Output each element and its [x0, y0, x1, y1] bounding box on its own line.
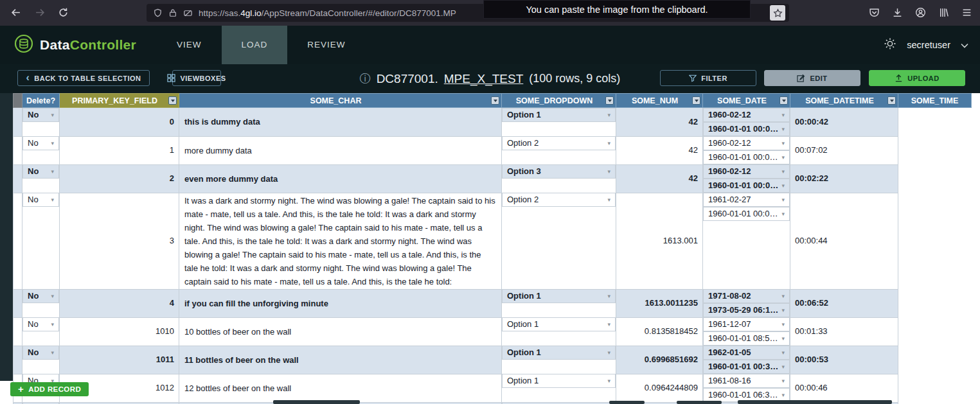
theme-toggle-sun-icon[interactable] — [884, 37, 896, 53]
cell-dropdown-caret-icon[interactable]: ▾ — [605, 112, 610, 118]
cell-time[interactable]: 00:00:44 — [790, 193, 898, 289]
cell-dropdown[interactable]: Option 1▾ — [502, 317, 616, 331]
cell-dropdown-caret-icon[interactable]: ▾ — [779, 127, 785, 132]
cell-num[interactable]: 1613.0011235 — [616, 289, 703, 317]
cell-delete[interactable]: No▾ — [22, 164, 59, 179]
cell-dropdown[interactable]: Option 1▾ — [502, 374, 616, 388]
tracking-protection-shield-icon[interactable] — [153, 8, 163, 18]
cell-datetime[interactable]: 1960-01-01 00:30:44▾ — [703, 360, 790, 374]
reload-icon[interactable] — [58, 7, 69, 18]
permissions-icon[interactable] — [183, 8, 193, 18]
row-handle[interactable] — [13, 108, 22, 137]
cell-time[interactable]: 00:00:46 — [790, 374, 898, 402]
cell-dropdown[interactable]: Option 1▾ — [502, 289, 616, 303]
cell-dropdown-caret-icon[interactable]: ▾ — [779, 141, 785, 146]
cell-time[interactable]: 00:06:52 — [790, 289, 898, 317]
bookmark-star-button[interactable] — [770, 5, 785, 21]
cell-dropdown[interactable]: Option 3▾ — [502, 164, 616, 179]
row-handle[interactable] — [13, 164, 22, 193]
cell-char[interactable]: 11 bottles of beer on the wall — [179, 346, 502, 374]
column-filter-dropdown-icon[interactable] — [692, 96, 700, 105]
back-icon[interactable] — [10, 7, 21, 18]
cell-dropdown-caret-icon[interactable]: ▾ — [779, 392, 785, 398]
datacontroller-logo[interactable]: DataController — [14, 34, 136, 56]
cell-dropdown-caret-icon[interactable]: ▾ — [779, 322, 785, 328]
cell-pk[interactable]: 1011 — [60, 346, 179, 374]
cell-char[interactable]: It was a dark and stormy night. The wind… — [179, 193, 502, 289]
cell-dropdown-caret-icon[interactable]: ▾ — [779, 211, 785, 217]
cell-dropdown-caret-icon[interactable]: ▾ — [779, 308, 785, 313]
cell-datetime[interactable]: 1960-01-01 00:00:42▾ — [703, 179, 790, 193]
cell-dropdown-caret-icon[interactable]: ▾ — [605, 350, 610, 356]
library-icon[interactable] — [938, 7, 949, 18]
user-menu[interactable]: secretuser — [907, 40, 950, 50]
cell-time[interactable]: 00:01:33 — [790, 317, 898, 346]
cell-dropdown-caret-icon[interactable]: ▾ — [48, 350, 54, 356]
cell-pk[interactable]: 1 — [60, 136, 179, 164]
cell-date[interactable]: 1961-02-27▾ — [703, 193, 790, 207]
cell-pk[interactable]: 1010 — [60, 317, 179, 346]
row-handle[interactable] — [13, 346, 22, 374]
cell-date[interactable]: 1960-02-12▾ — [703, 164, 790, 179]
cell-dropdown-caret-icon[interactable]: ▾ — [605, 322, 610, 328]
cell-dropdown-caret-icon[interactable]: ▾ — [779, 155, 785, 161]
cell-num[interactable]: 42 — [616, 164, 703, 193]
cell-num[interactable]: 42 — [616, 108, 703, 137]
cell-dropdown-caret-icon[interactable]: ▾ — [605, 197, 610, 203]
col-header-dropdown[interactable]: SOME_DROPDOWN — [502, 94, 616, 108]
column-filter-dropdown-icon[interactable] — [168, 96, 177, 105]
cell-date[interactable]: 1971-08-02▾ — [703, 289, 790, 303]
column-filter-dropdown-icon[interactable] — [491, 96, 499, 105]
row-handle[interactable] — [13, 289, 22, 317]
cell-pk[interactable]: 2 — [60, 164, 179, 193]
col-header-datetime[interactable]: SOME_DATETIME — [790, 94, 898, 108]
cell-dropdown-caret-icon[interactable]: ▾ — [48, 294, 54, 299]
nav-tab-review[interactable]: REVIEW — [287, 26, 365, 64]
col-header-delete[interactable]: Delete? — [22, 94, 60, 108]
cell-num[interactable]: 1613.001 — [616, 193, 703, 289]
cell-char[interactable]: if you can fill the unforgiving minute — [179, 289, 502, 317]
cell-pk[interactable]: 3 — [60, 193, 179, 289]
cell-dropdown-caret-icon[interactable]: ▾ — [48, 112, 54, 118]
cell-num[interactable]: 42 — [616, 136, 703, 164]
cell-char[interactable]: this is dummy data — [179, 108, 502, 137]
cell-time[interactable]: 00:00:42 — [790, 108, 898, 137]
cell-date[interactable]: 1960-02-12▾ — [703, 136, 790, 150]
pocket-icon[interactable] — [869, 7, 880, 18]
cell-delete[interactable]: No▾ — [22, 193, 59, 207]
cell-delete[interactable]: No▾ — [22, 346, 59, 360]
cell-num[interactable]: 0.8135818452 — [616, 317, 703, 346]
col-header-num[interactable]: SOME_NUM — [616, 94, 703, 108]
edit-button[interactable]: EDIT — [764, 70, 860, 86]
col-header-pk[interactable]: PRIMARY_KEY_FIELD — [60, 94, 179, 108]
cell-pk[interactable]: 4 — [60, 289, 179, 317]
row-handle[interactable] — [13, 193, 22, 289]
cell-pk[interactable]: 0 — [60, 108, 179, 137]
cell-date[interactable]: 1960-02-12▾ — [703, 108, 790, 122]
filter-button[interactable]: FILTER — [660, 70, 756, 86]
cell-dropdown-caret-icon[interactable]: ▾ — [48, 169, 54, 175]
cell-time[interactable]: 00:00:53 — [790, 346, 898, 374]
cell-dropdown-caret-icon[interactable]: ▾ — [48, 141, 54, 146]
cell-dropdown-caret-icon[interactable]: ▾ — [48, 197, 54, 203]
corner-header[interactable] — [13, 94, 22, 108]
column-filter-dropdown-icon[interactable] — [605, 96, 614, 105]
cell-dropdown-caret-icon[interactable]: ▾ — [779, 350, 785, 356]
cell-datetime[interactable]: 1960-01-01 00:00:42▾ — [703, 150, 790, 164]
cell-dropdown-caret-icon[interactable]: ▾ — [779, 294, 785, 299]
cell-dropdown-caret-icon[interactable]: ▾ — [605, 141, 610, 146]
lock-icon[interactable] — [168, 8, 177, 17]
column-filter-dropdown-icon[interactable] — [780, 96, 788, 105]
table-name-link[interactable]: MPE_X_TEST — [444, 72, 524, 86]
cell-dropdown[interactable]: Option 2▾ — [502, 193, 616, 207]
cell-dropdown[interactable]: Option 1▾ — [502, 108, 616, 122]
cell-date[interactable]: 1962-01-05▾ — [703, 346, 790, 360]
cell-dropdown[interactable]: Option 2▾ — [502, 136, 616, 150]
chevron-down-icon[interactable] — [961, 39, 968, 51]
add-record-button[interactable]: + ADD RECORD — [10, 382, 89, 396]
cell-char[interactable]: 10 bottles of beer on the wall — [179, 317, 502, 346]
cell-dropdown-caret-icon[interactable]: ▾ — [605, 294, 610, 299]
cell-char[interactable]: 12 bottles of beer on the wall — [179, 374, 502, 402]
cell-date[interactable]: 1961-12-07▾ — [703, 317, 790, 331]
cell-time[interactable]: 00:07:02 — [790, 136, 898, 164]
